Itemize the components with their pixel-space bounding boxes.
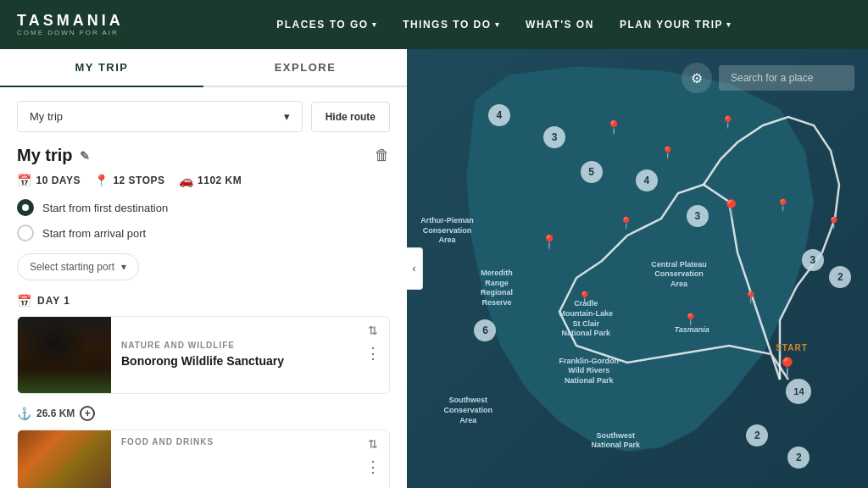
header: TASMANIA COME DOWN FOR AIR PLACES TO GO … (0, 0, 868, 49)
add-stop-button[interactable]: + (80, 406, 95, 421)
hide-route-button[interactable]: Hide route (311, 102, 390, 132)
calendar-icon: 📅 (17, 294, 32, 308)
left-panel: MY TRIP EXPLORE My trip ▾ Hide route My … (0, 49, 407, 488)
stop-image (18, 317, 111, 393)
chevron-down-icon: ▾ (284, 110, 290, 123)
controls-row: My trip ▾ Hide route (17, 101, 390, 132)
map-pin-7[interactable]: 📍 (683, 313, 698, 326)
day-1-label: 📅 DAY 1 (17, 294, 390, 308)
radio-first-destination[interactable]: Start from first destination (17, 199, 390, 216)
settings-icon: ⚙ (691, 70, 703, 86)
start-pin[interactable]: 📍 (776, 357, 798, 379)
next-card-info: FOOD AND DRINKS (111, 430, 357, 488)
stop-info: NATURE AND WILDLIFE Bonorong Wildlife Sa… (111, 317, 357, 393)
stop-card-food: FOOD AND DRINKS ⇅ ⋮ (17, 430, 390, 488)
stop-actions: ⇅ ⋮ (357, 317, 389, 393)
cluster-2a[interactable]: 2 (829, 266, 851, 288)
panel-content: My trip ▾ Hide route My trip ✎ 🗑 📅 10 DA… (0, 87, 407, 488)
map-pin-10[interactable]: 📍 (826, 216, 841, 230)
cluster-3b[interactable]: 3 (687, 205, 709, 227)
more-options-icon[interactable]: ⋮ (365, 344, 381, 363)
logo: TASMANIA COME DOWN FOR AIR (17, 13, 124, 37)
main-content: MY TRIP EXPLORE My trip ▾ Hide route My … (0, 49, 868, 488)
chevron-down-icon: ▾ (121, 261, 126, 273)
logo-tagline: COME DOWN FOR AIR (17, 29, 124, 36)
tab-my-trip[interactable]: MY TRIP (0, 49, 203, 87)
cluster-4[interactable]: 4 (488, 104, 510, 126)
edit-icon[interactable]: ✎ (80, 149, 90, 163)
cluster-5[interactable]: 5 (581, 161, 603, 183)
map-background (407, 49, 868, 488)
delete-icon[interactable]: 🗑 (375, 147, 390, 164)
trip-header: My trip ✎ 🗑 (17, 146, 390, 165)
next-stop-actions: ⇅ ⋮ (357, 430, 389, 488)
cluster-2b[interactable]: 2 (746, 424, 768, 446)
chevron-left-icon: ‹ (413, 263, 416, 274)
chevron-down-icon: ▾ (726, 20, 732, 29)
next-stop-category: FOOD AND DRINKS (121, 437, 347, 446)
map-pin-6[interactable]: 📍 (577, 291, 592, 304)
radio-selected-indicator (17, 199, 34, 216)
trip-stats: 📅 10 DAYS 📍 12 STOPS 🚗 1102 KM (17, 174, 390, 187)
more-options-icon[interactable]: ⋮ (365, 458, 381, 476)
map-pin-active[interactable]: 📍 (721, 198, 742, 219)
map-pin-8[interactable]: 📍 (743, 291, 758, 304)
stop-image-food (18, 430, 111, 488)
cluster-4b[interactable]: 4 (636, 169, 658, 191)
map-settings-button[interactable]: ⚙ (682, 63, 712, 93)
stop-card-inner: NATURE AND WILDLIFE Bonorong Wildlife Sa… (18, 317, 389, 393)
stop-category: NATURE AND WILDLIFE (121, 341, 347, 350)
anchor-icon: ⚓ (17, 407, 31, 420)
map-pin-9[interactable]: 📍 (776, 198, 790, 212)
trip-title-area: My trip ✎ (17, 146, 90, 165)
map-panel: ‹ Arthur-Pieman Conservation Area Meredi… (407, 49, 868, 488)
map-pin-5[interactable]: 📍 (619, 216, 633, 230)
map-pin-3[interactable]: 📍 (660, 146, 675, 159)
port-selector[interactable]: Select starting port ▾ (17, 253, 139, 280)
nav-things[interactable]: THINGS TO DO ▾ (403, 19, 500, 30)
cluster-3a[interactable]: 3 (543, 126, 565, 148)
main-nav: PLACES TO GO ▾ THINGS TO DO ▾ WHAT'S ON … (158, 19, 851, 30)
car-icon: 🚗 (179, 174, 194, 187)
chevron-down-icon: ▾ (372, 20, 378, 29)
map-pin-4[interactable]: 📍 (721, 115, 735, 129)
pin-icon: 📍 (94, 174, 109, 187)
stat-stops: 📍 12 STOPS (94, 174, 165, 187)
map-search-input[interactable] (719, 65, 854, 91)
trip-selector[interactable]: My trip ▾ (17, 101, 303, 132)
stat-days: 📅 10 DAYS (17, 174, 81, 187)
tab-bar: MY TRIP EXPLORE (0, 49, 407, 87)
calendar-icon: 📅 (17, 174, 32, 187)
tab-explore[interactable]: EXPLORE (203, 49, 407, 86)
stop-name: Bonorong Wildlife Sanctuary (121, 353, 347, 369)
radio-unselected-indicator (17, 225, 34, 241)
start-options: Start from first destination Start from … (17, 199, 390, 241)
cluster-14[interactable]: 14 (786, 379, 811, 404)
nav-places[interactable]: PLACES TO GO ▾ (276, 19, 377, 30)
next-card-inner: FOOD AND DRINKS ⇅ ⋮ (18, 430, 389, 488)
reorder-icon[interactable]: ⇅ (368, 437, 378, 451)
map-search-area: ⚙ (682, 63, 854, 93)
start-label: START (776, 343, 808, 352)
map-pin-1[interactable]: 📍 (541, 234, 558, 250)
distance-row: ⚓ 26.6 KM + (17, 401, 390, 423)
logo-title: TASMANIA (17, 13, 124, 30)
radio-arrival-port[interactable]: Start from arrival port (17, 225, 390, 241)
cluster-6[interactable]: 6 (474, 319, 496, 341)
nav-whats-on[interactable]: WHAT'S ON (526, 19, 594, 30)
nav-plan[interactable]: PLAN YOUR TRIP ▾ (620, 19, 732, 30)
map-pin-2[interactable]: 📍 (605, 119, 622, 136)
cluster-2c[interactable]: 2 (787, 446, 810, 469)
stop-card-bonorong: NATURE AND WILDLIFE Bonorong Wildlife Sa… (17, 316, 390, 394)
cluster-3c[interactable]: 3 (802, 249, 824, 271)
chevron-down-icon: ▾ (495, 20, 501, 29)
stat-km: 🚗 1102 KM (179, 174, 242, 187)
collapse-panel-button[interactable]: ‹ (407, 247, 423, 290)
reorder-icon[interactable]: ⇅ (368, 324, 378, 337)
